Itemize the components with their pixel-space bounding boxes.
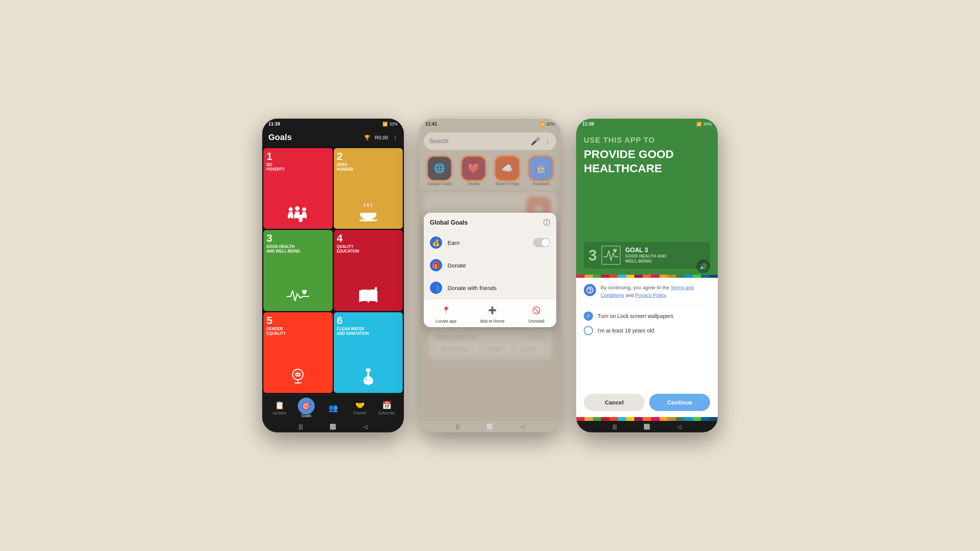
status-bar-3: 11:38 📶 34% — [576, 119, 718, 129]
goals-header-right: 🏆 R0,00 ⋮ — [364, 135, 398, 140]
goal-tile-1[interactable]: 1 NOPOVERTY — [263, 148, 333, 229]
nav-subscribe-label: Subscribe — [378, 411, 395, 415]
cancel-button[interactable]: Cancel — [584, 394, 645, 411]
search-input[interactable] — [429, 138, 527, 145]
age-checkbox[interactable]: I'm at least 18 years old. — [584, 326, 710, 335]
home-indicator-2: ||| ⬜ ◁ — [419, 421, 561, 432]
context-menu-title: Global Goals ⓘ — [424, 213, 556, 231]
svg-rect-11 — [305, 214, 307, 218]
mic-icon[interactable]: 🎤 — [531, 137, 540, 146]
goal-name-5: GENDEREQUALITY — [266, 327, 330, 336]
nav-friends[interactable]: 🤝 Friends — [350, 401, 371, 415]
svg-rect-2 — [288, 214, 290, 218]
status-icons-2: 📶 32% — [539, 122, 555, 127]
locate-icon: 📍 — [439, 303, 453, 317]
recents-btn-2[interactable]: ◁ — [520, 424, 524, 430]
app-smartthings[interactable]: ☁️ SmartThings — [495, 157, 519, 186]
add-home-label: Add to Home — [480, 319, 505, 323]
lockscreen-checkbox[interactable]: ✓ Turn on Lock screen wallpapers — [584, 311, 710, 321]
health-green-section: USE THIS APP TO PROVIDE GOOD HEALTHCARE … — [576, 129, 718, 275]
uninstall-btn[interactable]: 🚫 Uninstall — [528, 303, 544, 323]
home-btn-3[interactable]: ⬜ — [644, 424, 650, 430]
context-donate-friends[interactable]: 👥 Donate with friends — [424, 277, 556, 299]
goal-number-3: 3 — [266, 233, 330, 244]
nav-people[interactable]: 👥 — [323, 403, 344, 412]
global-goals-icon: 🌐 — [428, 157, 451, 180]
svg-rect-3 — [291, 214, 293, 218]
recents-btn-3[interactable]: ◁ — [677, 424, 681, 430]
info-icon[interactable]: ⓘ — [543, 218, 550, 227]
goal-tile-2[interactable]: 2 ZEROHUNGER — [334, 148, 403, 229]
assistant-icon: 🤖 — [529, 157, 552, 180]
svg-point-12 — [299, 215, 302, 218]
goal3-number-display: 3 — [588, 248, 597, 263]
health-intro-text: USE THIS APP TO — [584, 135, 710, 145]
context-earn[interactable]: 💰 Earn — [424, 231, 556, 254]
goal-tile-6[interactable]: 6 CLEAN WATERAND SANITATION — [334, 312, 403, 393]
nav-goals[interactable]: 🎯 Goals — [296, 398, 317, 418]
goals-title: Goals — [268, 132, 292, 142]
goal3-title: GOAL 3 — [625, 247, 666, 254]
app-grid-row: 🌐 Global Goals ❤️ Health ☁️ SmartThings … — [419, 153, 561, 190]
home-btn-2[interactable]: ⬜ — [487, 424, 493, 430]
more-search-icon[interactable]: ⋮ — [544, 137, 551, 145]
uninstall-icon: 🚫 — [529, 303, 543, 317]
earn-toggle[interactable] — [533, 238, 550, 247]
goal-name-4: QUALITYEDUCATION — [337, 245, 400, 254]
unchecked-icon — [584, 326, 593, 335]
back-btn-1[interactable]: ||| — [299, 424, 303, 430]
nav-subscribe[interactable]: 📅 Subscribe — [376, 401, 397, 415]
svg-point-0 — [289, 207, 293, 212]
recents-btn-1[interactable]: ◁ — [363, 424, 368, 430]
health-app-icon: ❤️ — [462, 157, 485, 180]
home-btn-1[interactable]: ⬜ — [330, 424, 336, 430]
sdg-bar — [576, 275, 718, 278]
add-home-btn[interactable]: ➕ Add to Home — [480, 303, 505, 323]
back-btn-2[interactable]: ||| — [456, 424, 460, 430]
svg-rect-13 — [299, 218, 302, 222]
status-bar-2: 11:41 📶 32% — [419, 119, 561, 129]
context-donate[interactable]: 🎁 Donate — [424, 254, 556, 277]
continue-button[interactable]: Continue — [649, 394, 710, 411]
consent-section: By continuing, you agree to the Terms an… — [576, 278, 718, 417]
friends-icon: 🤝 — [355, 401, 365, 410]
people-icon: 👥 — [328, 403, 338, 412]
checked-icon: ✓ — [584, 311, 593, 321]
consent-buttons: Cancel Continue — [584, 394, 710, 411]
donate-friends-label: Donate with friends — [448, 285, 497, 291]
more-icon[interactable]: ⋮ — [393, 135, 398, 140]
goal-tile-3[interactable]: 3 GOOD HEALTHAND WELL-BEING — [263, 230, 333, 311]
goal-number-4: 4 — [337, 233, 400, 244]
locate-app-btn[interactable]: 📍 Locate app — [436, 303, 456, 323]
app-health[interactable]: ❤️ Health — [462, 157, 485, 186]
svg-point-27 — [590, 292, 590, 293]
signal-icon-3: 📶 — [696, 122, 702, 127]
goal-name-2: ZEROHUNGER — [337, 163, 400, 172]
back-btn-3[interactable]: ||| — [612, 424, 617, 430]
health-big-line2: HEALTHCARE — [584, 162, 710, 174]
uninstall-label: Uninstall — [528, 319, 544, 323]
earn-icon: 💰 — [430, 236, 442, 249]
search-bar[interactable]: 🎤 ⋮ — [424, 132, 556, 150]
volume-btn[interactable]: 🔊 — [696, 259, 710, 273]
lockscreen-label: Turn on Lock screen wallpapers — [598, 313, 673, 319]
svg-rect-23 — [366, 368, 371, 372]
app-assistant[interactable]: 🤖 Assistant — [529, 157, 552, 186]
nav-updates[interactable]: 📋 Updates — [269, 401, 290, 415]
privacy-link[interactable]: Privacy Policy — [635, 292, 666, 298]
goal-tile-5[interactable]: 5 GENDEREQUALITY — [263, 312, 333, 393]
app-global-goals[interactable]: 🌐 Global Goals — [428, 157, 452, 186]
goal-tile-4[interactable]: 4 QUALITYEDUCATION — [334, 230, 403, 311]
donate-label: Donate — [448, 262, 466, 269]
goal3-subtitle: GOOD HEALTH ANDWELL-BEING — [625, 254, 666, 264]
context-popup: Global Goals ⓘ 💰 Earn 🎁 Donate 👥 — [424, 213, 556, 327]
goal-icon-4 — [337, 285, 400, 308]
goals-header: Goals 🏆 R0,00 ⋮ — [262, 129, 404, 147]
goal-number-1: 1 — [266, 151, 330, 162]
smartthings-icon: ☁️ — [496, 157, 519, 180]
phone-health: 11:38 📶 34% USE THIS APP TO PROVIDE GOOD… — [576, 119, 718, 432]
goal-icon-6 — [337, 367, 400, 390]
search-bar-container: 🎤 ⋮ — [419, 129, 561, 153]
balance-amount: R0,00 — [375, 135, 388, 140]
goals-nav-icon: 🎯 — [302, 401, 311, 411]
